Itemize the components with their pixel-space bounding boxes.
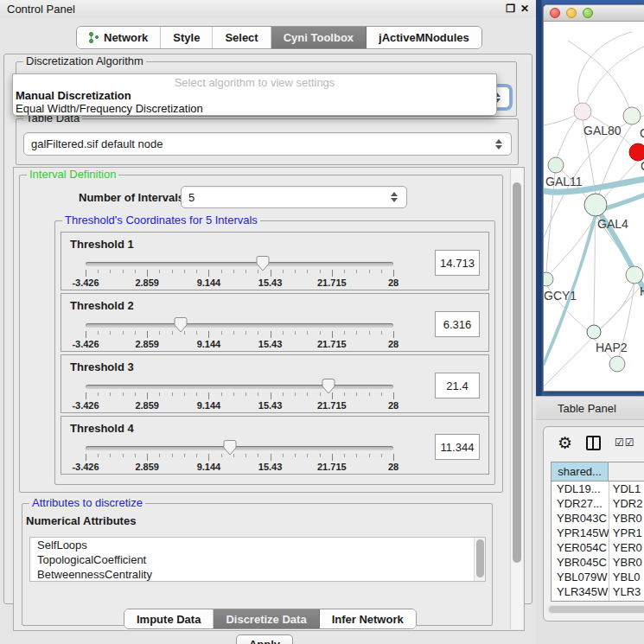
- close-icon[interactable]: ✕: [520, 3, 529, 14]
- group-title: Attributes to discretize: [29, 497, 145, 509]
- threshold-value-field[interactable]: 21.4: [435, 373, 480, 399]
- slider-track[interactable]: [86, 323, 393, 328]
- slider-handle[interactable]: [322, 378, 335, 394]
- scrollbar-thumb[interactable]: [513, 182, 521, 563]
- slider-handle[interactable]: [223, 439, 237, 456]
- list-item[interactable]: SelfLoops: [30, 538, 485, 552]
- table-panel: ⚙ ☑☑ shared... n YDL19...YDL1 YDR27...YD…: [536, 421, 644, 644]
- interval-definition-group: Interval Definition Number of Intervals …: [19, 175, 503, 493]
- tab-label: Infer Network: [332, 613, 404, 626]
- threshold-value-field[interactable]: 14.713: [435, 250, 480, 276]
- minimize-traffic-light-icon[interactable]: [566, 8, 577, 18]
- group-title: Interval Definition: [27, 169, 118, 181]
- tab-label: Cyni Toolbox: [284, 31, 354, 44]
- tab-impute-data[interactable]: Impute Data: [124, 609, 214, 628]
- settings-scrollpane: Interval Definition Number of Intervals …: [13, 167, 525, 631]
- network-canvas[interactable]: GAL80 G C GAL11 GAL4 H GCY1 HAP2: [544, 22, 644, 392]
- table-row[interactable]: YIL052CYIL0: [552, 599, 644, 602]
- node-gal4[interactable]: [584, 194, 607, 216]
- close-traffic-light-icon[interactable]: [550, 8, 560, 18]
- node-selected-red[interactable]: [629, 143, 644, 161]
- node-label: HAP2: [596, 341, 628, 354]
- threshold-slider[interactable]: -3.426 2.859 9.144 15.43 21.715 28: [86, 441, 393, 470]
- tab-cyni-toolbox[interactable]: Cyni Toolbox: [271, 27, 367, 48]
- column-header-shared-name[interactable]: shared...: [552, 462, 609, 481]
- zoom-traffic-light-icon[interactable]: [583, 8, 593, 18]
- node-gal11[interactable]: [548, 157, 564, 173]
- network-window-titlebar: [544, 5, 644, 22]
- node[interactable]: [626, 266, 643, 284]
- table-panel-titlebar: Table Panel: [536, 396, 644, 420]
- table-horizontal-scrollbar[interactable]: [547, 605, 644, 614]
- threshold-slider[interactable]: -3.426 2.859 9.144 15.43 21.715 28: [86, 257, 393, 286]
- threshold-panel: Threshold 3 -3.426 2.859 9.144 15.43 21.…: [61, 354, 489, 413]
- desktop-background: GAL80 G C GAL11 GAL4 H GCY1 HAP2: [536, 0, 644, 396]
- slider-ticks: [86, 454, 394, 461]
- node[interactable]: [609, 356, 625, 372]
- select-columns-icon[interactable]: ☑☑: [615, 437, 635, 449]
- slider-handle[interactable]: [174, 316, 188, 333]
- slider-ticks: [86, 392, 394, 399]
- slider-handle[interactable]: [256, 255, 270, 271]
- popup-option-manual[interactable]: Manual Discretization: [13, 89, 496, 102]
- slider-ticks: [86, 331, 394, 338]
- gear-icon[interactable]: ⚙: [558, 435, 572, 451]
- node[interactable]: [623, 107, 641, 124]
- list-item[interactable]: BetweennessCentrality: [30, 567, 485, 582]
- node-label-partial: C: [641, 159, 644, 173]
- popup-placeholder: Select algorithm to view settings: [13, 74, 496, 89]
- algorithm-dropdown-popup: Select algorithm to view settings Manual…: [12, 73, 497, 116]
- tab-style[interactable]: Style: [161, 27, 213, 48]
- table-row[interactable]: YPR145WYPR1: [552, 526, 644, 540]
- number-of-intervals-combobox[interactable]: 5: [181, 186, 407, 208]
- table-row[interactable]: YLR345WYLR3: [552, 584, 644, 599]
- split-columns-icon[interactable]: [586, 436, 601, 450]
- network-view-window[interactable]: GAL80 G C GAL11 GAL4 H GCY1 HAP2: [543, 4, 644, 392]
- tab-discretize-data[interactable]: Discretize Data: [214, 609, 319, 628]
- table-row[interactable]: YBR045CYBR0: [552, 555, 644, 570]
- tab-label: Impute Data: [137, 613, 201, 626]
- tab-select[interactable]: Select: [213, 27, 271, 48]
- table-row[interactable]: YDR27...YDR2: [552, 496, 644, 511]
- apply-button[interactable]: Apply: [236, 634, 293, 644]
- threshold-slider[interactable]: -3.426 2.859 9.144 15.43 21.715 28: [86, 379, 393, 409]
- table-panel-title: Table Panel: [536, 402, 616, 415]
- list-scrollbar[interactable]: [474, 538, 485, 582]
- node-hap2[interactable]: [587, 325, 601, 339]
- table-row[interactable]: YBR043CYBR0: [552, 511, 644, 526]
- combo-arrows-icon: [391, 192, 399, 202]
- slider-track[interactable]: [86, 446, 393, 450]
- slider-ticks: [86, 270, 394, 277]
- list-item[interactable]: TopologicalCoefficient: [30, 552, 485, 567]
- scrollbar-thumb[interactable]: [549, 606, 644, 613]
- slider-track[interactable]: [86, 262, 393, 266]
- popup-option-equal-width[interactable]: Equal Width/Frequency Discretization: [13, 102, 496, 115]
- threshold-value-field[interactable]: 11.344: [435, 434, 480, 460]
- bottom-tab-bar: Impute Data Discretize Data Infer Networ…: [124, 609, 417, 629]
- settings-scrollbar[interactable]: [510, 169, 523, 629]
- threshold-value-field[interactable]: 6.316: [435, 311, 480, 337]
- column-header-name[interactable]: n: [609, 462, 644, 481]
- float-window-icon[interactable]: ❐: [506, 3, 515, 14]
- node-table[interactable]: shared... n YDL19...YDL1 YDR27...YDR2 YB…: [551, 462, 644, 602]
- threshold-slider[interactable]: -3.426 2.859 9.144 15.43 21.715 28: [86, 318, 393, 348]
- group-title: Discretization Algorithm: [23, 55, 146, 67]
- tab-jactivemnodules[interactable]: jActiveMNodules: [367, 27, 481, 48]
- top-tab-bar: Network Style Select Cyni Toolbox jActiv…: [76, 26, 482, 49]
- slider-track[interactable]: [86, 385, 393, 389]
- tab-infer-network[interactable]: Infer Network: [320, 609, 416, 628]
- node-gcy1[interactable]: [544, 272, 553, 286]
- tab-network[interactable]: Network: [77, 27, 161, 48]
- slider-tick-labels: -3.426 2.859 9.144 15.43 21.715 28: [86, 400, 393, 411]
- node-gal80[interactable]: [574, 103, 591, 120]
- table-row[interactable]: YER054CYER0: [552, 540, 644, 555]
- node-label-partial: H: [640, 284, 644, 298]
- numerical-attributes-list[interactable]: SelfLoops TopologicalCoefficient Between…: [29, 537, 486, 582]
- table-row[interactable]: YBL079WYBL0: [552, 570, 644, 584]
- table-data-combobox[interactable]: galFiltered.sif default node: [23, 132, 512, 156]
- node-label: GAL4: [597, 217, 628, 231]
- tab-label: jActiveMNodules: [379, 31, 469, 44]
- node-label: GAL11: [545, 175, 583, 188]
- threshold-label: Threshold 3: [70, 360, 134, 373]
- table-row[interactable]: YDL19...YDL1: [552, 481, 644, 496]
